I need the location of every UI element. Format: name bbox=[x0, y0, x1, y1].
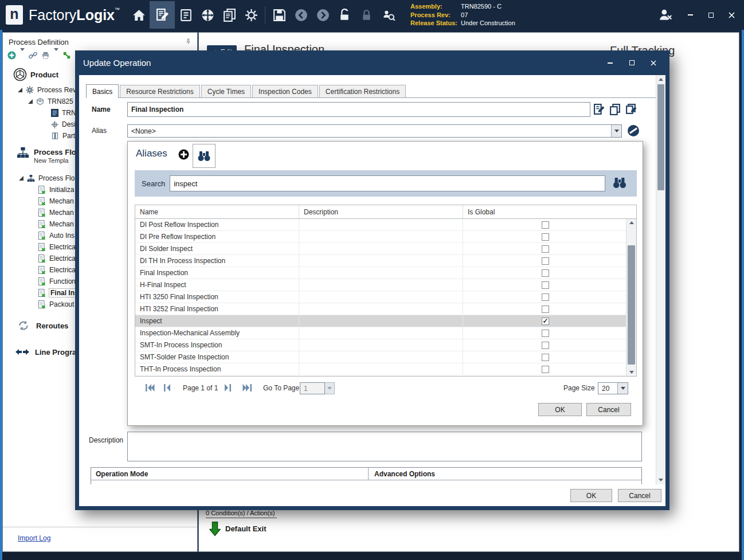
print-dropdown-button[interactable] bbox=[54, 51, 58, 61]
alias-table-row[interactable]: H-Final Inspect bbox=[135, 279, 627, 291]
search-input[interactable] bbox=[170, 175, 605, 191]
column-header-name[interactable]: Name bbox=[135, 205, 299, 218]
is-global-checkbox[interactable] bbox=[542, 330, 549, 337]
maximize-button[interactable] bbox=[706, 10, 715, 19]
close-icon bbox=[729, 12, 735, 18]
default-exit[interactable]: Default Exit bbox=[209, 521, 267, 536]
clear-alias-button[interactable] bbox=[627, 124, 640, 137]
is-global-checkbox[interactable] bbox=[542, 233, 549, 241]
alias-table-row[interactable]: HTI 3250 Final Inspection bbox=[135, 291, 627, 303]
tab-inspection-codes[interactable]: Inspection Codes bbox=[252, 85, 318, 97]
undo-button[interactable] bbox=[290, 2, 312, 28]
next-page-button[interactable] bbox=[224, 383, 232, 394]
is-global-checkbox[interactable] bbox=[542, 281, 549, 289]
unlock-button[interactable] bbox=[334, 2, 355, 28]
process-editor-button[interactable] bbox=[150, 1, 175, 29]
tree-expander-icon[interactable] bbox=[19, 176, 24, 181]
print-button[interactable] bbox=[41, 51, 50, 62]
copy-edit-button[interactable] bbox=[625, 103, 638, 116]
lock-button[interactable] bbox=[355, 2, 377, 28]
search-button[interactable] bbox=[612, 177, 627, 191]
expand-button[interactable] bbox=[62, 51, 71, 62]
scrollbar-thumb[interactable] bbox=[657, 84, 664, 190]
is-global-checkbox[interactable] bbox=[542, 221, 549, 229]
first-page-button[interactable] bbox=[145, 383, 155, 394]
tab-basics[interactable]: Basics bbox=[86, 84, 119, 98]
logout-user-button[interactable] bbox=[657, 2, 674, 28]
is-global-checkbox[interactable] bbox=[542, 269, 549, 277]
scroll-down-button[interactable] bbox=[626, 369, 636, 376]
is-global-checkbox[interactable] bbox=[542, 306, 549, 313]
goto-page-input[interactable] bbox=[300, 382, 325, 394]
alias-table-row[interactable]: HTI 3252 Final Inspection bbox=[135, 303, 627, 315]
alias-table-row[interactable]: THT-In Process Inspection bbox=[135, 363, 627, 375]
alias-dropdown[interactable]: <None> bbox=[127, 124, 622, 138]
add-alias-button[interactable] bbox=[178, 149, 189, 162]
alias-dropdown-button[interactable] bbox=[611, 125, 621, 137]
find-user-button[interactable] bbox=[377, 2, 399, 28]
documents-button[interactable] bbox=[218, 2, 240, 28]
is-global-checkbox[interactable] bbox=[542, 354, 549, 361]
add-button[interactable] bbox=[7, 51, 16, 62]
tab-resource-restrictions[interactable]: Resource Restrictions bbox=[120, 85, 199, 97]
alias-table-row[interactable]: SMT-Solder Paste Inspection bbox=[135, 351, 627, 363]
settings-button[interactable] bbox=[240, 2, 262, 28]
is-global-checkbox[interactable] bbox=[542, 245, 549, 253]
tree-expander-icon[interactable] bbox=[28, 99, 33, 104]
scroll-down-button[interactable] bbox=[656, 476, 665, 484]
alias-search-tab[interactable] bbox=[193, 144, 216, 168]
column-header-description[interactable]: Description bbox=[299, 205, 463, 218]
scroll-up-button[interactable] bbox=[626, 219, 636, 226]
is-global-checkbox[interactable] bbox=[542, 293, 549, 301]
table-scrollbar[interactable] bbox=[626, 219, 636, 376]
description-textarea[interactable] bbox=[127, 432, 642, 461]
close-button[interactable] bbox=[727, 10, 736, 19]
clipboard-button[interactable] bbox=[175, 2, 197, 28]
link-button[interactable] bbox=[29, 51, 37, 62]
alias-table-row[interactable]: DI Solder Inspect bbox=[135, 243, 627, 255]
home-button[interactable] bbox=[128, 2, 150, 28]
rename-button[interactable] bbox=[593, 103, 606, 116]
alias-table-row[interactable]: Inspection-Mechanical Assembly bbox=[135, 327, 627, 339]
aliases-ok-button[interactable]: OK bbox=[538, 403, 582, 416]
dialog-cancel-button[interactable]: Cancel bbox=[618, 489, 661, 502]
save-button[interactable] bbox=[268, 2, 290, 28]
alias-table-row[interactable]: Inspect bbox=[135, 315, 627, 327]
copy-name-button[interactable] bbox=[609, 103, 622, 116]
import-log-link[interactable]: Import Log bbox=[18, 534, 50, 542]
page-size-select[interactable]: 20 bbox=[598, 382, 628, 394]
pin-button[interactable] bbox=[185, 37, 191, 47]
tab-cycle-times[interactable]: Cycle Times bbox=[201, 85, 251, 97]
add-dropdown-button[interactable] bbox=[20, 51, 25, 61]
name-input[interactable] bbox=[127, 102, 590, 117]
page-size-dropdown-button[interactable] bbox=[617, 383, 628, 394]
dialog-maximize-button[interactable] bbox=[627, 58, 636, 68]
is-global-checkbox[interactable] bbox=[542, 366, 549, 373]
aliases-cancel-button[interactable]: Cancel bbox=[586, 403, 631, 416]
alias-table-row[interactable]: DI TH In Process Inspection bbox=[135, 255, 627, 267]
is-global-checkbox[interactable] bbox=[542, 257, 549, 265]
dialog-ok-button[interactable]: OK bbox=[570, 489, 612, 502]
dialog-minimize-button[interactable] bbox=[605, 58, 614, 68]
is-global-checkbox[interactable] bbox=[542, 342, 549, 349]
column-header-is-global[interactable]: Is Global bbox=[463, 205, 636, 218]
is-global-checkbox[interactable] bbox=[542, 318, 549, 325]
tree-expander-icon[interactable] bbox=[18, 88, 22, 92]
tab-certification-restrictions[interactable]: Certification Restrictions bbox=[319, 85, 406, 97]
dialog-close-button[interactable] bbox=[649, 58, 658, 68]
redo-button[interactable] bbox=[312, 2, 334, 28]
alias-table-row[interactable]: Final Inspection bbox=[135, 267, 627, 279]
alias-table-row[interactable]: SMT-In Process Inspection bbox=[135, 339, 627, 351]
alias-table-row[interactable]: DI Post Reflow Inspection bbox=[135, 219, 627, 231]
dialog-scrollbar[interactable] bbox=[656, 75, 665, 484]
last-page-button[interactable] bbox=[242, 383, 252, 394]
scroll-up-button[interactable] bbox=[656, 75, 665, 84]
alias-table-row[interactable]: DI Pre Reflow Inspection bbox=[135, 231, 627, 243]
goto-page-spinner[interactable] bbox=[325, 382, 335, 394]
scrollbar-thumb[interactable] bbox=[628, 245, 635, 365]
assembly-info: Assembly:TRN82590 - C Process Rev:07 Rel… bbox=[410, 2, 515, 28]
minimize-button[interactable] bbox=[686, 10, 695, 19]
navigate-button[interactable] bbox=[197, 2, 218, 28]
previous-page-button[interactable] bbox=[163, 383, 171, 394]
alias-table-body: DI Post Reflow Inspection DI Pre Reflow … bbox=[135, 219, 636, 375]
